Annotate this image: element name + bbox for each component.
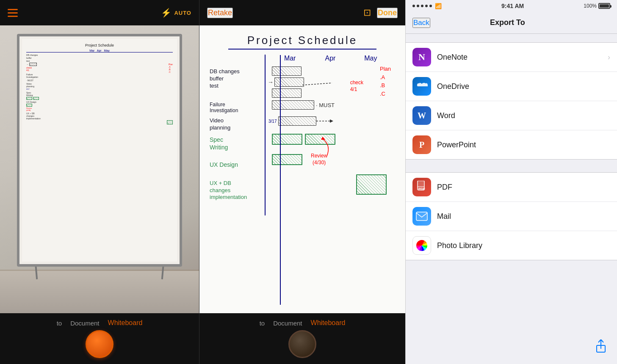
preview-shutter-button[interactable] xyxy=(288,330,316,358)
mode-tab-whiteboard[interactable]: Whiteboard xyxy=(108,319,143,327)
crop-done-group: ⊡ Done xyxy=(363,7,398,18)
wb-cam-title: Project Schedule xyxy=(26,43,173,47)
battery-fill xyxy=(600,4,609,8)
gantt-bar-uxdb xyxy=(356,174,387,195)
photos-icon-inner xyxy=(416,240,427,251)
flash-icon: ⚡ xyxy=(161,8,172,18)
wb-months-header: Mar Apr May xyxy=(266,55,395,62)
preview-tab-whiteboard[interactable]: Whiteboard xyxy=(311,319,346,327)
check-annotation: check4/1 xyxy=(350,80,363,93)
signal-dot-2 xyxy=(417,5,419,7)
wb-month-apr: Apr xyxy=(310,55,350,62)
signal-dot-4 xyxy=(425,5,428,7)
preview-panel: Retake ⊡ Done Project Schedule DB change… xyxy=(199,0,405,364)
onedrive-label: OneDrive xyxy=(437,82,610,91)
share-icon xyxy=(595,339,607,353)
gantt-bar-failure xyxy=(272,100,314,110)
powerpoint-label: PowerPoint xyxy=(437,141,610,149)
gantt-rows: → Plan.A.B.C c xyxy=(266,65,395,199)
preview-topbar: Retake ⊡ Done xyxy=(199,0,405,25)
camera-bottombar: to Document Whiteboard xyxy=(0,313,199,364)
review-arrow xyxy=(302,137,335,158)
crop-icon[interactable]: ⊡ xyxy=(363,7,371,18)
wb-label-spec: SpecWriting xyxy=(210,133,265,154)
gantt-bar-video xyxy=(278,116,316,126)
export-bottom-area xyxy=(406,260,617,328)
word-label: Word xyxy=(437,111,610,120)
gantt-bar-db2 xyxy=(274,77,304,87)
export-section-1: N OneNote › OneDrive W Word P PowerPoint xyxy=(406,42,617,160)
svg-rect-8 xyxy=(416,212,427,221)
export-item-photos[interactable]: Photo Library xyxy=(406,231,617,260)
date-317: 3/17 xyxy=(268,119,277,124)
onenote-label: OneNote xyxy=(437,53,608,62)
signal-dot-1 xyxy=(412,5,415,7)
camera-panel: ⚡ AUTO Project Schedule Mar Apr May DB c… xyxy=(0,0,199,364)
status-time: 9:41 AM xyxy=(501,3,524,9)
export-item-word[interactable]: W Word xyxy=(406,101,617,130)
whiteboard-surface: Project Schedule Mar Apr May DB changes … xyxy=(22,39,177,262)
photos-label: Photo Library xyxy=(437,241,610,250)
camera-topbar: ⚡ AUTO xyxy=(0,0,199,25)
mode-tab-document[interactable]: Document xyxy=(70,320,99,327)
check-arrow xyxy=(302,81,336,89)
flash-control[interactable]: ⚡ AUTO xyxy=(161,8,191,18)
svg-marker-3 xyxy=(321,137,325,140)
mail-label: Mail xyxy=(437,212,610,221)
gantt-bar-db3 xyxy=(272,88,302,98)
svg-marker-2 xyxy=(330,119,333,123)
wb-month-may: May xyxy=(351,55,391,62)
word-icon: W xyxy=(412,106,431,125)
plan-annotation: Plan.A.B.C xyxy=(380,65,391,98)
share-button[interactable] xyxy=(592,337,610,356)
preview-image-area: Project Schedule DB changesbuffertest Fa… xyxy=(199,25,405,313)
wb-chart-area: Mar Apr May → xyxy=(265,55,395,215)
video-arrow xyxy=(316,117,333,125)
signal-group: 📶 xyxy=(412,3,442,9)
wb-labels-col: DB changesbuffertest FailureInvestigatio… xyxy=(210,55,265,215)
done-button[interactable]: Done xyxy=(377,8,398,18)
mail-icon xyxy=(412,207,431,226)
gantt-row-failure: · MUST xyxy=(268,97,395,113)
signal-dot-3 xyxy=(421,5,423,7)
shutter-button[interactable] xyxy=(86,330,113,358)
svg-text:PDF: PDF xyxy=(418,187,425,191)
mail-envelope-icon xyxy=(416,212,428,221)
wb-month-mar: Mar xyxy=(270,55,310,62)
wifi-icon: 📶 xyxy=(435,3,442,9)
gantt-row-ux: Review(4/30) xyxy=(268,149,395,170)
gantt-row-uxdb xyxy=(268,170,395,199)
retake-button[interactable]: Retake xyxy=(207,8,233,18)
preview-tab-to[interactable]: to xyxy=(260,320,265,327)
onedrive-cloud-icon xyxy=(416,82,428,91)
powerpoint-icon: P xyxy=(412,135,431,154)
preview-tab-document[interactable]: Document xyxy=(273,320,302,327)
pdf-icon: PDF xyxy=(412,178,431,196)
export-item-pdf[interactable]: PDF PDF xyxy=(406,173,617,202)
menu-button[interactable] xyxy=(8,9,18,17)
gantt-bar-ux xyxy=(272,154,302,165)
export-item-powerpoint[interactable]: P PowerPoint xyxy=(406,130,617,159)
gantt-bar-spec1 xyxy=(272,134,302,145)
whiteboard-easel: Project Schedule Mar Apr May DB changes … xyxy=(17,34,182,267)
export-item-mail[interactable]: Mail xyxy=(406,202,617,231)
back-button[interactable]: Back xyxy=(412,18,430,28)
gantt-row-db: → Plan.A.B.C c xyxy=(268,65,395,97)
signal-dot-5 xyxy=(429,5,432,7)
export-item-onedrive[interactable]: OneDrive xyxy=(406,72,617,101)
export-item-onenote[interactable]: N OneNote › xyxy=(406,43,617,72)
gantt-bar-db1 xyxy=(272,66,302,76)
camera-viewport: Project Schedule Mar Apr May DB changes … xyxy=(0,25,199,313)
whiteboard-camera-content: Project Schedule Mar Apr May DB changes … xyxy=(26,43,173,257)
signal-bars xyxy=(412,5,432,7)
wb-label-uxdb: UX + DBchangesimplementation xyxy=(210,176,265,205)
camera-mode-tabs: to Document Whiteboard xyxy=(57,319,143,327)
nav-title: Export To xyxy=(490,18,525,27)
onenote-icon: N xyxy=(412,48,431,66)
wb-underline xyxy=(228,49,376,50)
wb-title: Project Schedule xyxy=(210,34,395,47)
mode-tab-to[interactable]: to xyxy=(57,320,62,327)
wb-grid: DB changesbuffertest FailureInvestigatio… xyxy=(210,55,395,215)
ios-statusbar: 📶 9:41 AM 100% xyxy=(406,0,617,12)
preview-bottombar: to Document Whiteboard xyxy=(199,313,405,364)
